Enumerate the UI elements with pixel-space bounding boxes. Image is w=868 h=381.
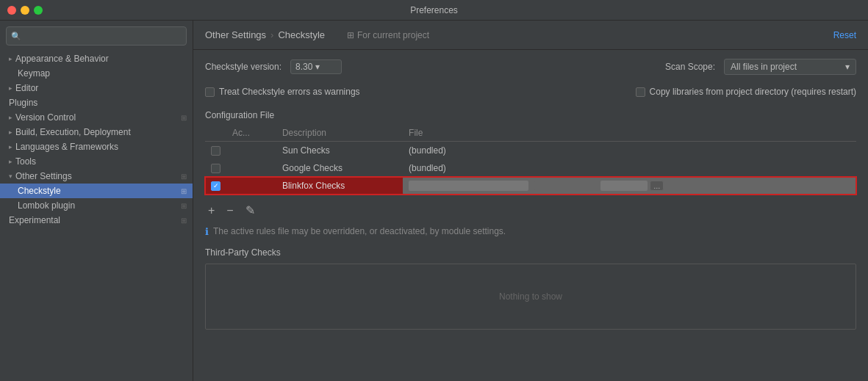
table-row-selected[interactable]: ✓ Blinkfox Checks ... <box>205 177 856 195</box>
sidebar-item-experimental[interactable]: Experimental ⊞ <box>0 213 193 228</box>
maximize-button[interactable] <box>34 6 43 15</box>
version-row: Checkstyle version: 8.30 ▾ <box>205 59 342 74</box>
sidebar-item-label: Editor <box>15 83 38 93</box>
version-label: Checkstyle version: <box>205 62 281 72</box>
sidebar-item-label: Tools <box>15 156 36 167</box>
arrow-icon: ▸ <box>9 84 12 92</box>
sidebar-item-plugins[interactable]: Plugins <box>0 95 193 110</box>
search-input[interactable] <box>24 31 182 41</box>
scan-scope-row: Scan Scope: All files in project ▾ <box>665 59 856 75</box>
arrow-icon: ▸ <box>9 128 12 136</box>
version-value: 8.30 <box>295 62 312 72</box>
config-file-section: Configuration File Ac... Description Fil… <box>205 110 856 195</box>
sidebar-item-other-settings[interactable]: ▾ Other Settings ⊞ <box>0 169 193 184</box>
sidebar-item-label: Lombok plugin <box>18 200 75 211</box>
edit-config-button[interactable]: ✎ <box>243 202 258 219</box>
sidebar: 🔍 ▸ Appearance & Behavior Keymap ▸ Edito… <box>0 21 193 381</box>
sidebar-item-keymap[interactable]: Keymap <box>0 66 193 81</box>
scan-scope-label: Scan Scope: <box>665 62 715 72</box>
breadcrumb-parent: Other Settings <box>205 29 266 40</box>
arrow-icon: ▸ <box>9 114 12 121</box>
info-row: ℹ The active rules file may be overridde… <box>205 223 856 240</box>
project-icon: ⊞ <box>181 202 187 210</box>
sidebar-item-label: Other Settings <box>15 171 72 181</box>
sidebar-item-checkstyle[interactable]: Checkstyle ⊞ <box>0 184 193 198</box>
table-row[interactable]: Sun Checks (bundled) <box>205 142 856 160</box>
sidebar-item-version-control[interactable]: ▸ Version Control ⊞ <box>0 110 193 125</box>
arrow-icon: ▸ <box>9 55 12 62</box>
content-body: Checkstyle version: 8.30 ▾ Scan Scope: A… <box>193 50 868 381</box>
sidebar-item-label: Build, Execution, Deployment <box>15 127 131 137</box>
reset-button[interactable]: Reset <box>833 30 856 40</box>
sidebar-item-build-execution[interactable]: ▸ Build, Execution, Deployment <box>0 125 193 139</box>
row-file: (bundled) <box>403 142 856 160</box>
search-icon: 🔍 <box>11 32 21 41</box>
for-current-project: ⊞ For current project <box>347 30 429 40</box>
project-icon: ⊞ <box>181 114 187 122</box>
row-active <box>226 177 276 195</box>
row-description: Sun Checks <box>276 142 403 160</box>
breadcrumb-arrow: › <box>270 29 273 40</box>
project-icon: ⊞ <box>181 217 187 225</box>
sidebar-item-label: Version Control <box>15 112 76 123</box>
breadcrumb: Other Settings › Checkstyle <box>205 29 325 40</box>
scan-scope-value: All files in project <box>731 62 797 72</box>
copy-libs-row: Copy libraries from project directory (r… <box>636 87 856 97</box>
traffic-lights <box>7 6 43 15</box>
more-button[interactable]: ... <box>650 181 664 191</box>
arrow-icon: ▸ <box>9 158 12 165</box>
scan-scope-select[interactable]: All files in project ▾ <box>724 59 856 75</box>
row-file: (bundled) <box>403 159 856 177</box>
remove-config-button[interactable]: − <box>223 203 236 219</box>
content-header: Other Settings › Checkstyle ⊞ For curren… <box>193 21 868 50</box>
arrow-icon: ▾ <box>9 173 12 180</box>
sidebar-item-label: Keymap <box>18 68 50 79</box>
add-config-button[interactable]: + <box>205 203 218 219</box>
sidebar-item-editor[interactable]: ▸ Editor <box>0 81 193 95</box>
sidebar-item-label: Plugins <box>9 98 37 108</box>
for-current-project-label: For current project <box>357 30 429 40</box>
treat-errors-row: Treat Checkstyle errors as warnings <box>205 87 360 97</box>
copy-libs-label: Copy libraries from project directory (r… <box>650 87 856 97</box>
sidebar-nav: ▸ Appearance & Behavior Keymap ▸ Editor … <box>0 51 193 381</box>
close-button[interactable] <box>7 6 16 15</box>
arrow-icon: ▸ <box>9 143 12 150</box>
sidebar-item-label: Checkstyle <box>18 186 61 196</box>
settings-top-row: Checkstyle version: 8.30 ▾ Scan Scope: A… <box>205 59 856 82</box>
row-checkbox[interactable] <box>211 146 220 156</box>
third-party-body: Nothing to show <box>205 264 856 330</box>
sidebar-item-lombok-plugin[interactable]: Lombok plugin ⊞ <box>0 198 193 213</box>
config-toolbar: + − ✎ <box>205 197 856 223</box>
col-ac: Ac... <box>226 125 276 142</box>
sidebar-item-tools[interactable]: ▸ Tools <box>0 154 193 169</box>
window-title: Preferences <box>410 5 458 15</box>
row-description: Blinkfox Checks <box>276 177 403 195</box>
row-checkbox-checked[interactable]: ✓ <box>211 181 220 191</box>
dropdown-arrow-icon: ▾ <box>845 62 850 72</box>
row-checkbox[interactable] <box>211 164 220 173</box>
project-icon: ⊞ <box>181 173 187 181</box>
content-area: Other Settings › Checkstyle ⊞ For curren… <box>193 21 868 381</box>
sidebar-item-label: Languages & Frameworks <box>15 142 118 152</box>
sidebar-item-languages-frameworks[interactable]: ▸ Languages & Frameworks <box>0 139 193 154</box>
breadcrumb-child: Checkstyle <box>278 29 325 40</box>
nothing-to-show-label: Nothing to show <box>499 291 562 302</box>
third-party-title: Third-Party Checks <box>205 247 856 258</box>
col-description: Description <box>276 125 403 142</box>
treat-errors-label: Treat Checkstyle errors as warnings <box>219 87 360 97</box>
copy-libs-checkbox[interactable] <box>636 87 645 97</box>
table-row[interactable]: Google Checks (bundled) <box>205 159 856 177</box>
version-select[interactable]: 8.30 ▾ <box>290 59 342 74</box>
col-file: File <box>403 125 856 142</box>
main-container: 🔍 ▸ Appearance & Behavior Keymap ▸ Edito… <box>0 21 868 381</box>
treat-errors-checkbox[interactable] <box>205 87 215 97</box>
sidebar-item-appearance-behavior[interactable]: ▸ Appearance & Behavior <box>0 51 193 66</box>
row-file: ... <box>403 177 856 195</box>
sidebar-item-label: Experimental <box>9 215 60 225</box>
minimize-button[interactable] <box>21 6 29 15</box>
sidebar-item-label: Appearance & Behavior <box>15 54 109 64</box>
row-active <box>226 159 276 177</box>
config-table: Ac... Description File Sun Checks <box>205 125 856 195</box>
search-box[interactable]: 🔍 <box>6 26 187 46</box>
col-active <box>205 125 226 142</box>
